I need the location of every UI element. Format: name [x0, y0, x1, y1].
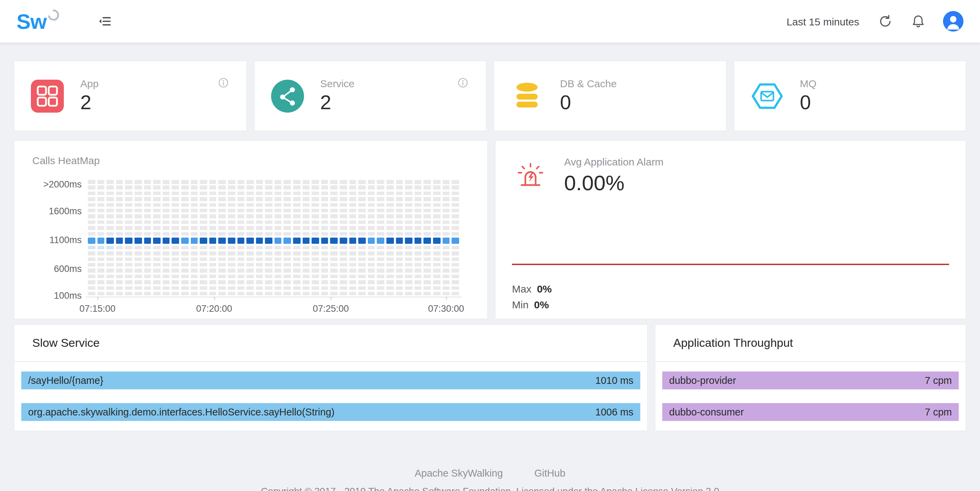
stat-cards-row: App 2 Service 2 DB & Cache: [14, 61, 966, 131]
heatmap-cell: [433, 251, 440, 255]
heatmap-cell: [144, 269, 151, 273]
heatmap-cell: [293, 226, 300, 230]
heatmap-cell: [358, 186, 366, 190]
heatmap-cell: [331, 220, 338, 224]
heatmap-cell: [405, 275, 412, 279]
heatmap-y-label: 1100ms: [14, 235, 82, 246]
heatmap-cell: [144, 186, 151, 190]
heatmap-y-label: 1600ms: [14, 206, 82, 217]
heatmap-cell: [321, 269, 328, 273]
heatmap-cell: [200, 286, 207, 290]
heatmap-cell: [191, 251, 198, 255]
heatmap-cell: [293, 197, 300, 201]
heatmap-cell: [163, 186, 170, 190]
heatmap-cell: [219, 238, 226, 244]
refresh-icon[interactable]: [878, 14, 892, 28]
heatmap-cell: [442, 286, 450, 290]
github-link[interactable]: GitHub: [534, 468, 565, 479]
heatmap-cell: [331, 180, 338, 184]
heatmap-cell: [181, 251, 188, 255]
heatmap-cell: [377, 275, 384, 279]
heatmap-cell: [209, 263, 216, 267]
heatmap-cell: [396, 246, 403, 250]
heatmap-cell: [284, 263, 291, 267]
heatmap-cell: [331, 232, 338, 236]
stat-card-mq[interactable]: MQ 0: [733, 61, 966, 131]
heatmap-cell: [424, 269, 431, 273]
heatmap-cell: [331, 269, 338, 273]
heatmap-cell: [237, 203, 244, 207]
heatmap-cell: [181, 186, 188, 190]
heatmap-cell: [424, 232, 431, 236]
time-range-selector[interactable]: Last 15 minutes: [786, 16, 859, 27]
heatmap-cell: [209, 280, 216, 284]
heatmap-cell: [135, 215, 142, 218]
menu-fold-icon[interactable]: [98, 14, 112, 28]
heatmap-cell: [405, 292, 412, 296]
heatmap-cell: [340, 280, 347, 284]
heatmap-cell: [377, 269, 384, 273]
heatmap-cell: [321, 215, 328, 218]
heatmap-cell: [442, 246, 450, 250]
heatmap-cell: [247, 197, 254, 201]
heatmap-cell: [452, 186, 459, 190]
heatmap-cell: [433, 180, 440, 184]
heatmap-cell: [247, 286, 254, 290]
heatmap-cell: [377, 246, 384, 250]
stat-value: 2: [80, 91, 99, 114]
slow-service-row[interactable]: /sayHello/{name} 1010 ms: [21, 371, 640, 389]
heatmap-cell: [88, 257, 95, 261]
alarm-minmax: Max0% Min0%: [512, 281, 552, 312]
heatmap-cell: [135, 263, 142, 267]
heatmap-cell: [433, 246, 440, 250]
heatmap-cell: [219, 292, 226, 296]
heatmap-cell: [256, 246, 263, 250]
heatmap-cell: [125, 280, 132, 284]
heatmap-cell: [97, 292, 104, 296]
slow-service-row[interactable]: org.apache.skywalking.demo.interfaces.He…: [21, 403, 640, 421]
skywalking-logo[interactable]: Sw: [16, 11, 60, 32]
heatmap-cell: [349, 220, 356, 224]
heatmap-cell: [191, 257, 198, 261]
heatmap-cell: [349, 292, 356, 296]
user-avatar[interactable]: [943, 11, 964, 32]
heatmap-cell: [331, 215, 338, 218]
heatmap-cell: [331, 275, 338, 279]
info-icon[interactable]: [458, 78, 468, 88]
heatmap-cell: [125, 246, 132, 250]
stat-card-app[interactable]: App 2: [14, 61, 247, 131]
heatmap-cell: [135, 269, 142, 273]
heatmap-grid[interactable]: [88, 180, 459, 298]
heatmap-cell: [237, 197, 244, 201]
heatmap-cell: [247, 263, 254, 267]
throughput-row[interactable]: dubbo-provider 7 cpm: [662, 371, 959, 389]
heatmap-cell: [88, 197, 95, 201]
info-icon[interactable]: [218, 78, 228, 88]
heatmap-cell: [219, 232, 226, 236]
heatmap-cell: [97, 203, 104, 207]
heatmap-cell: [377, 191, 384, 195]
heatmap-cell: [349, 263, 356, 267]
heatmap-cell: [452, 251, 459, 255]
heatmap-cell: [247, 292, 254, 296]
heatmap-cell: [349, 209, 356, 212]
throughput-row[interactable]: dubbo-consumer 7 cpm: [662, 403, 959, 421]
apache-skywalking-link[interactable]: Apache SkyWalking: [415, 468, 503, 479]
bell-icon[interactable]: [912, 14, 925, 28]
heatmap-cell: [358, 226, 366, 230]
stat-card-service[interactable]: Service 2: [254, 61, 487, 131]
heatmap-cell: [256, 232, 263, 236]
heatmap-cell: [452, 263, 459, 267]
heatmap-cell: [349, 191, 356, 195]
heatmap-cell: [312, 220, 319, 224]
heatmap-cell: [275, 280, 282, 284]
heatmap-cell: [97, 275, 104, 279]
stat-card-db-cache[interactable]: DB & Cache 0: [493, 61, 726, 131]
heatmap-cell: [442, 275, 450, 279]
heatmap-cell: [144, 275, 151, 279]
heatmap-cell: [200, 238, 207, 244]
heatmap-cell: [191, 186, 198, 190]
heatmap-cell: [88, 220, 95, 224]
heatmap-cell: [302, 226, 310, 230]
heatmap-cell: [191, 226, 198, 230]
